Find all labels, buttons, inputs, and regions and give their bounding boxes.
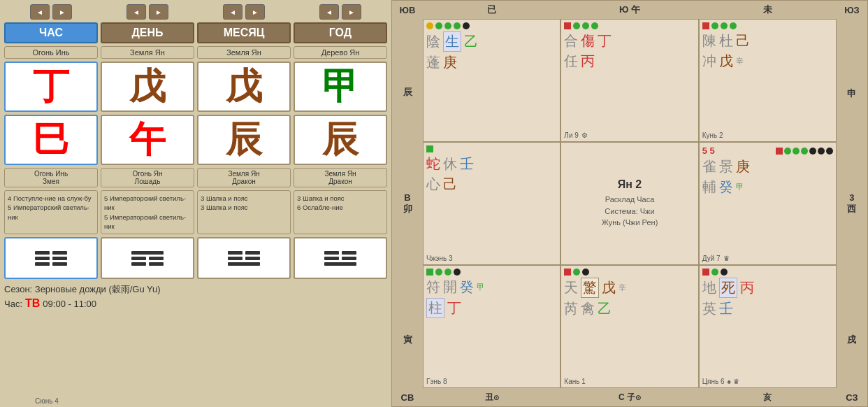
char-ding2: 丁 xyxy=(447,299,461,317)
dot-dark-mr1 xyxy=(809,148,816,155)
bottom-label-center: С 子 ⊙ xyxy=(560,388,698,406)
icon-circle-zi: ⊙ xyxy=(635,394,641,401)
char-gui2: 癸 xyxy=(460,278,474,297)
element-hour: Огонь Инь xyxy=(4,46,98,59)
element-day: Земля Ян xyxy=(101,46,194,59)
char-que: 雀 xyxy=(702,157,716,176)
left-panel: ◄ ► ◄ ► ◄ ► ◄ ► ЧАС ДЕНЬ МЕСЯЦ ГОД Огонь… xyxy=(0,0,391,407)
hour-prev-btn[interactable]: ◄ xyxy=(30,4,50,20)
stem-hour: 丁 xyxy=(4,62,98,112)
dot-green-tr2 xyxy=(721,22,728,29)
char-xin2: 心 xyxy=(426,175,440,194)
bottom-dui: Дуй 7 ♛ xyxy=(702,255,730,262)
branch-year: 辰 xyxy=(294,115,387,165)
dot-dark-br xyxy=(721,269,728,276)
label-3: 3 xyxy=(849,192,854,203)
branch-hour-char: 巳 xyxy=(33,115,69,164)
dot-green-3 xyxy=(454,22,461,29)
char-geng1: 庚 xyxy=(443,53,457,72)
dot-green-bc1 xyxy=(573,269,580,276)
char-rui: 芮 xyxy=(564,299,578,318)
char-ding1: 丁 xyxy=(598,31,612,50)
time-row: Час: ТВ 09:00 - 11:00 xyxy=(4,297,387,310)
char-qin: 禽 xyxy=(581,299,595,318)
month-prev-btn[interactable]: ◄ xyxy=(223,4,243,20)
desc-year: 3 Шапка и пояс6 Ослабле-ние xyxy=(294,190,387,234)
hour-next-btn[interactable]: ► xyxy=(52,4,72,20)
stem-month-char: 戊 xyxy=(226,62,262,111)
char-xin-small2: 辛 xyxy=(619,283,626,293)
section-mid-left: 蛇 休 壬 心 己 Чжэнь 3 xyxy=(423,142,560,265)
trigram-month xyxy=(197,237,291,279)
sq-green-bl xyxy=(426,269,433,276)
char-ying: 英 xyxy=(702,299,716,318)
char-fu1: 輔 xyxy=(702,178,716,197)
dot-green-mr2 xyxy=(793,148,800,155)
char-geng2: 庚 xyxy=(736,157,750,176)
top-label-left: 已 xyxy=(423,1,560,19)
tab-day[interactable]: ДЕНЬ xyxy=(101,22,194,43)
dot-dark-bc xyxy=(582,269,589,276)
dot-dark-mr3 xyxy=(826,148,833,155)
tab-hour[interactable]: ЧАС xyxy=(4,22,98,43)
char-she: 蛇 xyxy=(426,155,440,173)
label-B: В xyxy=(404,192,410,203)
tab-year[interactable]: ГОД xyxy=(294,22,387,43)
sq-red-br xyxy=(702,269,709,276)
char-yi2: 乙 xyxy=(598,299,612,318)
char-ren3: 壬 xyxy=(460,155,474,173)
bottom-kan: Кань 1 xyxy=(564,378,585,385)
nums-mid-right: 5 5 xyxy=(702,145,715,156)
sq-red-bc xyxy=(564,269,571,276)
char-fu2: 符 xyxy=(426,278,440,297)
stem-row: 丁 戊 戊 甲 xyxy=(4,62,387,112)
top-label-center: Ю 午 xyxy=(560,1,698,19)
label-qian: Цянь 6 xyxy=(702,378,725,385)
dot-green-tc1 xyxy=(573,22,580,29)
element-year: Дерево Ян xyxy=(294,46,387,59)
branch-label-hour: Огонь ИньЗмея xyxy=(4,168,98,187)
branch-hour: 巳 xyxy=(4,115,98,165)
dot-green-bl1 xyxy=(435,269,442,276)
day-next-btn[interactable]: ► xyxy=(149,4,168,20)
time-char: ТВ xyxy=(25,297,40,310)
section-top-right: 陳 杜 己 冲 戊 辛 Кунь 2 xyxy=(699,19,837,142)
label-chou: 丑 xyxy=(485,392,493,404)
bottom-label-left: 丑 ⊙ xyxy=(423,388,560,406)
year-prev-btn[interactable]: ◄ xyxy=(319,4,339,20)
nav-col-day: ◄ ► xyxy=(101,4,194,20)
char-jia-small: 甲 xyxy=(736,182,744,192)
corner-ne: ЮЗ xyxy=(837,1,867,19)
bottom-gen: Гэнь 8 xyxy=(426,378,447,385)
trigram-day xyxy=(101,237,194,279)
char-zhu: 柱 xyxy=(426,298,444,318)
stem-month: 戊 xyxy=(197,62,291,112)
tab-month[interactable]: МЕСЯЦ xyxy=(197,22,291,43)
char-jing2: 驚 xyxy=(581,278,599,298)
center-subtitle: Расклад ЧасаСистема: ЧжиЖунь (Чжи Рен) xyxy=(602,194,658,229)
label-dui: Дуй 7 xyxy=(702,255,721,262)
dot-green-2 xyxy=(444,22,451,29)
bottom-syun: Сюнь 4 xyxy=(35,397,59,405)
desc-day: 5 Императорский светиль-ник5 Императорск… xyxy=(101,190,194,234)
char-du: 杜 xyxy=(719,31,733,50)
char-ren4: 壬 xyxy=(719,299,733,318)
char-sheng: 生 xyxy=(443,31,461,52)
stem-day: 戊 xyxy=(101,62,194,112)
dot-green-tr1 xyxy=(711,22,718,29)
char-he: 合 xyxy=(564,31,578,50)
day-prev-btn[interactable]: ◄ xyxy=(126,4,146,20)
year-next-btn[interactable]: ► xyxy=(342,4,361,20)
bottom-label-right: 亥 xyxy=(699,388,837,406)
char-di: 地 xyxy=(702,278,716,297)
char-wu2: 戊 xyxy=(602,278,616,297)
section-mid-right: 5 5 雀 景 庚 輔 癸 甲 Дуй 7 ♛ xyxy=(699,142,837,265)
dot-green-mr1 xyxy=(784,148,791,155)
dot-green-tc2 xyxy=(582,22,589,29)
char-yi: 乙 xyxy=(464,32,478,51)
dot-dark-1 xyxy=(463,22,470,29)
stem-day-char: 戊 xyxy=(129,62,166,111)
section-top-center: 合 傷 丁 任 丙 Ли 9 ⚙ xyxy=(560,19,698,142)
char-yin: 陰 xyxy=(426,32,440,51)
month-next-btn[interactable]: ► xyxy=(245,4,265,20)
